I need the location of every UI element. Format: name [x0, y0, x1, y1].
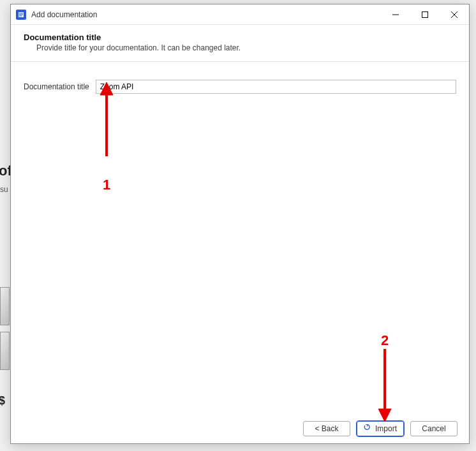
minimize-button[interactable] [381, 4, 410, 25]
section-description: Provide title for your documentation. It… [24, 43, 456, 52]
bg-thumbnail-1 [0, 287, 10, 325]
annotation-1-label: 1 [103, 177, 110, 193]
form-area: Documentation title 1 2 [11, 62, 469, 414]
header-section: Documentation title Provide title for yo… [11, 25, 469, 62]
close-button[interactable] [440, 4, 469, 25]
annotation-2-label: 2 [381, 332, 389, 349]
maximize-button[interactable] [410, 4, 440, 25]
import-button-label: Import [375, 424, 397, 433]
title-label: Documentation title [24, 82, 89, 91]
bg-thumbnail-2 [0, 332, 10, 370]
titlebar: Add documentation [11, 4, 469, 25]
import-button[interactable]: Import [357, 421, 404, 436]
svg-rect-5 [422, 12, 428, 18]
section-title: Documentation title [24, 33, 456, 42]
import-icon [364, 424, 371, 434]
title-row: Documentation title [24, 80, 456, 94]
back-button[interactable]: < Back [303, 421, 350, 436]
bg-partial-symbol: $ [0, 394, 5, 408]
dialog-footer: < Back Import Cancel [11, 414, 469, 443]
dialog-title: Add documentation [31, 10, 381, 19]
cancel-button[interactable]: Cancel [410, 421, 457, 436]
document-icon [16, 10, 26, 20]
window-controls [381, 4, 469, 24]
annotation-1: 1 [94, 81, 119, 179]
bg-partial-text: su [0, 185, 8, 194]
add-documentation-dialog: Add documentation Documentation title Pr… [10, 4, 470, 444]
title-input[interactable] [96, 80, 456, 94]
